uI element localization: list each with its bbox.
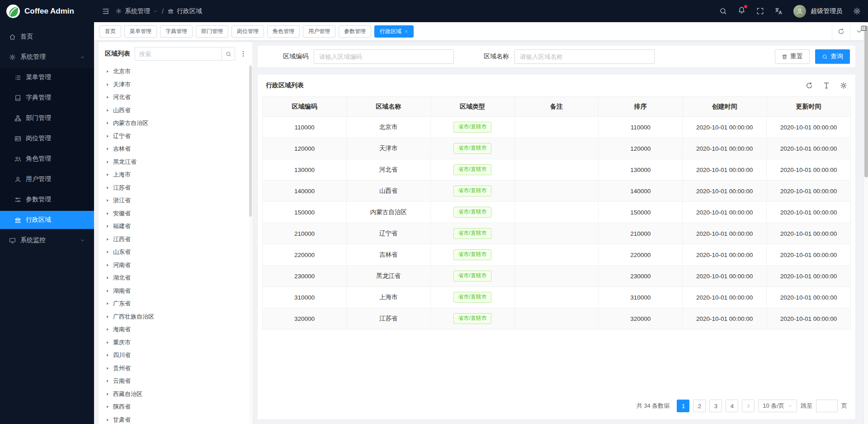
tab[interactable]: 菜单管理 bbox=[124, 25, 157, 38]
row-density-icon[interactable] bbox=[823, 82, 830, 89]
caret-right-icon[interactable] bbox=[105, 69, 110, 74]
tree-item[interactable]: 四川省 bbox=[99, 349, 252, 362]
tree-item[interactable]: 吉林省 bbox=[99, 143, 252, 156]
sidebar-item[interactable]: 字典管理 bbox=[0, 89, 94, 107]
tree-item[interactable]: 内蒙古自治区 bbox=[99, 117, 252, 130]
tree-item[interactable]: 浙江省 bbox=[99, 194, 252, 207]
tree-item[interactable]: 甘肃省 bbox=[99, 414, 252, 424]
caret-right-icon[interactable] bbox=[105, 250, 110, 254]
caret-right-icon[interactable] bbox=[105, 121, 110, 125]
caret-right-icon[interactable] bbox=[105, 95, 110, 100]
tree-item[interactable]: 江西省 bbox=[99, 233, 252, 246]
page-size-select[interactable]: 10 条/页 bbox=[758, 400, 797, 412]
more-options-icon[interactable] bbox=[240, 50, 247, 57]
refresh-table-icon[interactable] bbox=[806, 82, 813, 89]
tree-item[interactable]: 福建省 bbox=[99, 220, 252, 233]
caret-right-icon[interactable] bbox=[105, 276, 110, 280]
tree-item[interactable]: 山东省 bbox=[99, 246, 252, 259]
caret-right-icon[interactable] bbox=[105, 147, 110, 151]
tab[interactable]: 岗位管理 bbox=[231, 25, 264, 38]
tree-item[interactable]: 陕西省 bbox=[99, 400, 252, 414]
sidebar-item[interactable]: 岗位管理 bbox=[0, 129, 94, 148]
region-panel-scrollbar[interactable] bbox=[249, 63, 252, 423]
notifications-button[interactable] bbox=[738, 6, 745, 16]
table-row[interactable]: 150000内蒙古自治区省市/直辖市1500002020-10-01 00:00… bbox=[263, 202, 851, 223]
caret-right-icon[interactable] bbox=[105, 392, 110, 396]
sidebar-group-monitor[interactable]: 系统监控 bbox=[0, 231, 94, 249]
caret-right-icon[interactable] bbox=[105, 82, 110, 87]
caret-right-icon[interactable] bbox=[105, 289, 110, 293]
username[interactable]: 超级管理员 bbox=[811, 7, 842, 15]
refresh-tabs-button[interactable] bbox=[832, 22, 850, 40]
tree-item[interactable]: 河南省 bbox=[99, 259, 252, 272]
sidebar-item[interactable]: 用户管理 bbox=[0, 170, 94, 188]
collapse-sidebar-icon[interactable] bbox=[102, 8, 109, 15]
table-row[interactable]: 310000上海市省市/直辖市3100002020-10-01 00:00:00… bbox=[263, 287, 851, 308]
table-row[interactable]: 220000吉林省省市/直辖市2200002020-10-01 00:00:00… bbox=[263, 244, 851, 266]
tree-item[interactable]: 安徽省 bbox=[99, 207, 252, 220]
next-page-button[interactable] bbox=[742, 400, 755, 412]
tab[interactable]: 参数管理 bbox=[339, 25, 371, 38]
page-button[interactable]: 3 bbox=[709, 400, 722, 412]
caret-right-icon[interactable] bbox=[105, 211, 110, 216]
sidebar-item[interactable]: 菜单管理 bbox=[0, 68, 94, 86]
caret-right-icon[interactable] bbox=[105, 301, 110, 306]
sidebar-item[interactable]: 参数管理 bbox=[0, 191, 94, 209]
tree-item[interactable]: 上海市 bbox=[99, 168, 252, 181]
caret-right-icon[interactable] bbox=[105, 134, 110, 138]
tab[interactable]: 行政区域 bbox=[374, 25, 414, 38]
page-button[interactable]: 4 bbox=[726, 400, 738, 412]
caret-right-icon[interactable] bbox=[105, 237, 110, 242]
sidebar-item[interactable]: 部门管理 bbox=[0, 109, 94, 127]
reset-button[interactable]: 重置 bbox=[775, 49, 810, 64]
search-icon[interactable] bbox=[719, 7, 727, 15]
tab[interactable]: 首页 bbox=[99, 25, 121, 38]
tab[interactable]: 角色管理 bbox=[267, 25, 300, 38]
table-row[interactable]: 230000黑龙江省省市/直辖市2300002020-10-01 00:00:0… bbox=[263, 266, 851, 287]
table-row[interactable]: 120000天津市省市/直辖市1200002020-10-01 00:00:00… bbox=[263, 138, 851, 159]
region-name-input[interactable] bbox=[514, 49, 655, 64]
sidebar-item[interactable]: 角色管理 bbox=[0, 150, 94, 168]
caret-right-icon[interactable] bbox=[105, 314, 110, 319]
expand-panel-icon[interactable] bbox=[860, 25, 867, 32]
caret-right-icon[interactable] bbox=[105, 353, 110, 357]
app-logo[interactable]: Coffee Admin bbox=[0, 0, 94, 23]
caret-right-icon[interactable] bbox=[105, 405, 110, 409]
tree-item[interactable]: 湖南省 bbox=[99, 285, 252, 298]
tree-item[interactable]: 辽宁省 bbox=[99, 130, 252, 143]
tree-item[interactable]: 广西壮族自治区 bbox=[99, 310, 252, 324]
tree-item[interactable]: 贵州省 bbox=[99, 362, 252, 375]
caret-right-icon[interactable] bbox=[105, 366, 110, 371]
caret-right-icon[interactable] bbox=[105, 327, 110, 332]
caret-right-icon[interactable] bbox=[105, 108, 110, 113]
table-row[interactable]: 320000江苏省省市/直辖市3200002020-10-01 00:00:00… bbox=[263, 308, 851, 329]
scrollbar-thumb[interactable] bbox=[249, 66, 252, 217]
tree-item[interactable]: 山西省 bbox=[99, 104, 252, 117]
caret-right-icon[interactable] bbox=[105, 224, 110, 229]
tree-item[interactable]: 湖北省 bbox=[99, 272, 252, 285]
tree-item[interactable]: 河北省 bbox=[99, 91, 252, 104]
tree-item[interactable]: 西藏自治区 bbox=[99, 388, 252, 401]
tree-item[interactable]: 云南省 bbox=[99, 375, 252, 388]
sidebar-item-home[interactable]: 首页 bbox=[0, 28, 94, 46]
tree-item[interactable]: 天津市 bbox=[99, 78, 252, 91]
tree-item[interactable]: 海南省 bbox=[99, 323, 252, 336]
table-row[interactable]: 110000北京市省市/直辖市1100002020-10-01 00:00:00… bbox=[263, 117, 851, 138]
region-code-input[interactable] bbox=[314, 49, 454, 64]
translate-icon[interactable] bbox=[775, 7, 783, 15]
caret-right-icon[interactable] bbox=[105, 172, 110, 177]
avatar[interactable] bbox=[793, 5, 806, 18]
settings-gear-icon[interactable] bbox=[853, 7, 861, 15]
fullscreen-icon[interactable] bbox=[756, 7, 764, 15]
tree-item[interactable]: 北京市 bbox=[99, 65, 252, 78]
table-row[interactable]: 210000辽宁省省市/直辖市2100002020-10-01 00:00:00… bbox=[263, 223, 851, 244]
table-row[interactable]: 130000河北省省市/直辖市1300002020-10-01 00:00:00… bbox=[263, 159, 851, 181]
caret-right-icon[interactable] bbox=[105, 263, 110, 267]
caret-right-icon[interactable] bbox=[105, 198, 110, 203]
scrollbar-thumb[interactable] bbox=[864, 26, 868, 177]
tree-item[interactable]: 黑龙江省 bbox=[99, 156, 252, 169]
page-button[interactable]: 2 bbox=[693, 400, 706, 412]
page-button[interactable]: 1 bbox=[677, 400, 689, 412]
caret-right-icon[interactable] bbox=[105, 160, 110, 164]
tab[interactable]: 字典管理 bbox=[160, 25, 193, 38]
